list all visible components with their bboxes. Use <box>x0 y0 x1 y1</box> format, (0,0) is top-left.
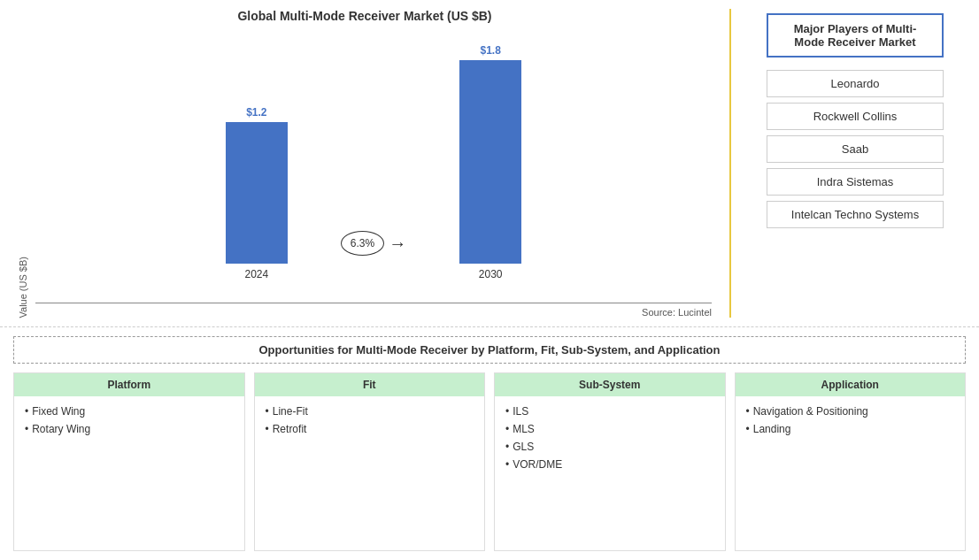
right-panel: Major Players of Multi-Mode Receiver Mar… <box>731 0 979 326</box>
col-items-platform: Fixed Wing Rotary Wing <box>14 396 244 550</box>
col-block-application: Application Navigation & Positioning Lan… <box>735 372 967 551</box>
col-header-subsystem: Sub-System <box>495 373 725 396</box>
bars-container: $1.2 2024 6.3% → <box>35 32 712 303</box>
player-saab: Saab <box>767 135 944 163</box>
col-item-retrofit: Retrofit <box>266 423 474 435</box>
col-items-fit: Line-Fit Retrofit <box>255 396 485 550</box>
bottom-section: Opportunities for Multi-Mode Receiver by… <box>0 327 979 560</box>
opportunities-title: Opportunities for Multi-Mode Receiver by… <box>13 336 966 364</box>
col-header-platform: Platform <box>14 373 244 396</box>
col-item-landing: Landing <box>746 423 955 435</box>
y-axis-label: Value (US $B) <box>18 257 28 318</box>
x-axis-line <box>35 303 712 303</box>
col-item-ils: ILS <box>505 405 714 418</box>
bar-label-2030: 2030 <box>479 268 503 280</box>
col-block-subsystem: Sub-System ILS MLS GLS VOR/DME <box>494 372 726 551</box>
source-text: Source: Lucintel <box>35 307 712 318</box>
cagr-arrow-icon: → <box>389 234 406 254</box>
bar-group-2030: $1.8 2030 <box>459 44 521 280</box>
col-header-fit: Fit <box>255 373 485 396</box>
col-item-fixedwing: Fixed Wing <box>25 405 234 418</box>
top-section: Global Multi-Mode Receiver Market (US $B… <box>0 0 979 327</box>
player-rockwell: Rockwell Collins <box>767 103 944 130</box>
cagr-value: 6.3% <box>351 237 374 249</box>
bar-2030 <box>459 60 521 264</box>
chart-title: Global Multi-Mode Receiver Market (US $B… <box>237 9 491 23</box>
col-items-application: Navigation & Positioning Landing <box>736 396 966 550</box>
columns-row: Platform Fixed Wing Rotary Wing Fit Line… <box>13 372 966 551</box>
chart-inner: Value (US $B) $1.2 2024 6.3% <box>18 32 712 318</box>
col-item-navpositioning: Navigation & Positioning <box>746 405 955 418</box>
col-item-linefit: Line-Fit <box>266 405 474 418</box>
main-container: Global Multi-Mode Receiver Market (US $B… <box>0 0 979 560</box>
col-items-subsystem: ILS MLS GLS VOR/DME <box>495 396 725 550</box>
player-leonardo: Leonardo <box>767 70 944 97</box>
col-item-gls: GLS <box>505 441 714 453</box>
bar-value-2030: $1.8 <box>480 44 500 57</box>
bar-value-2024: $1.2 <box>246 106 266 119</box>
bar-label-2024: 2024 <box>244 268 268 280</box>
col-item-rotarywing: Rotary Wing <box>25 423 234 435</box>
col-item-vordme: VOR/DME <box>505 458 714 471</box>
bar-2024 <box>226 122 288 264</box>
col-block-fit: Fit Line-Fit Retrofit <box>254 372 486 551</box>
cagr-bubble: 6.3% <box>341 231 384 256</box>
chart-area: Global Multi-Mode Receiver Market (US $B… <box>0 0 729 326</box>
major-players-title: Major Players of Multi-Mode Receiver Mar… <box>767 13 944 58</box>
chart-content: $1.2 2024 6.3% → <box>35 32 712 318</box>
col-item-mls: MLS <box>505 423 714 435</box>
player-indra: Indra Sistemas <box>767 168 944 196</box>
bar-group-2024: $1.2 2024 <box>226 106 288 280</box>
col-block-platform: Platform Fixed Wing Rotary Wing <box>13 372 245 551</box>
player-intelcan: Intelcan Techno Systems <box>767 201 944 228</box>
col-header-application: Application <box>736 373 966 396</box>
